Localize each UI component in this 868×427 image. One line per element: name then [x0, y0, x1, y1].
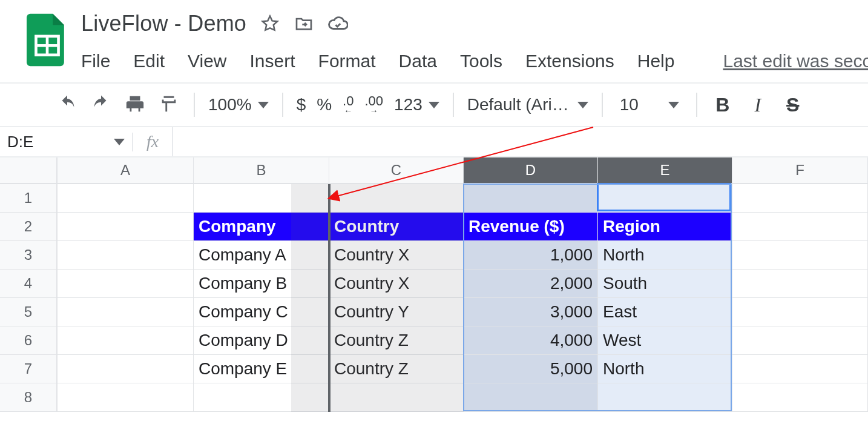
column-header-C[interactable]: C	[329, 157, 464, 184]
cell-D6[interactable]: 4,000	[464, 326, 598, 355]
last-edit-link[interactable]: Last edit was secon	[723, 51, 868, 71]
cell-C5[interactable]: Country Y	[329, 298, 464, 326]
font-name: Default (Ari…	[467, 95, 569, 114]
document-title[interactable]: LiveFlow - Demo	[81, 11, 246, 36]
bold-button[interactable]: B	[711, 94, 735, 116]
print-icon[interactable]	[123, 93, 146, 116]
cell-A2[interactable]	[58, 213, 194, 241]
cell-B3[interactable]: Company A	[194, 241, 329, 270]
cell-A8[interactable]	[58, 383, 194, 412]
cloud-saved-icon[interactable]	[327, 13, 348, 34]
redo-icon[interactable]	[90, 93, 113, 116]
chevron-down-icon	[668, 102, 679, 108]
menu-data[interactable]: Data	[399, 51, 437, 71]
font-family-select[interactable]: Default (Ari…	[467, 95, 588, 114]
column-header-A[interactable]: A	[58, 157, 194, 184]
cell-A5[interactable]	[58, 298, 194, 326]
cell-C3[interactable]: Country X	[329, 241, 464, 270]
formula-input[interactable]	[173, 127, 868, 156]
row-header-3[interactable]: 3	[0, 241, 58, 270]
cell-D2[interactable]: Revenue ($)	[464, 213, 598, 241]
cell-E5[interactable]: East	[598, 298, 732, 326]
cell-F2[interactable]	[732, 213, 868, 241]
cell-D7[interactable]: 5,000	[464, 355, 598, 383]
cell-E8[interactable]	[598, 383, 732, 412]
cell-B5[interactable]: Company C	[194, 298, 329, 326]
column-header-D[interactable]: D	[464, 157, 598, 184]
row-header-5[interactable]: 5	[0, 298, 58, 326]
move-folder-icon[interactable]	[294, 13, 314, 34]
cell-C4[interactable]: Country X	[329, 270, 464, 298]
undo-icon[interactable]	[56, 93, 79, 116]
cell-F7[interactable]	[732, 355, 868, 383]
font-size-select[interactable]: 10	[616, 95, 683, 114]
cell-A7[interactable]	[58, 355, 194, 383]
cell-C7[interactable]: Country Z	[329, 355, 464, 383]
cell-E3[interactable]: North	[598, 241, 732, 270]
cell-A3[interactable]	[58, 241, 194, 270]
cell-D4[interactable]: 2,000	[464, 270, 598, 298]
cell-E1[interactable]	[598, 184, 732, 213]
menu-file[interactable]: File	[81, 51, 110, 71]
cell-B1[interactable]	[194, 184, 329, 213]
menu-edit[interactable]: Edit	[133, 51, 165, 71]
menu-view[interactable]: View	[188, 51, 226, 71]
italic-button[interactable]: I	[746, 94, 770, 116]
row-header-8[interactable]: 8	[0, 383, 58, 412]
column-header-B[interactable]: B	[194, 157, 329, 184]
cell-C2[interactable]: Country	[329, 213, 464, 241]
cell-F6[interactable]	[732, 326, 868, 355]
format-currency[interactable]: $	[297, 95, 306, 114]
cell-C8[interactable]	[329, 383, 464, 412]
menu-help[interactable]: Help	[637, 51, 675, 71]
cell-C6[interactable]: Country Z	[329, 326, 464, 355]
name-box[interactable]: D:E	[0, 133, 133, 151]
cell-E4[interactable]: South	[598, 270, 732, 298]
row-header-2[interactable]: 2	[0, 213, 58, 241]
cell-B8[interactable]	[194, 383, 329, 412]
cell-E2[interactable]: Region	[598, 213, 732, 241]
menu-format[interactable]: Format	[318, 51, 376, 71]
cell-D3[interactable]: 1,000	[464, 241, 598, 270]
row-header-1[interactable]: 1	[0, 184, 58, 213]
menu-extensions[interactable]: Extensions	[525, 51, 614, 71]
row-header-6[interactable]: 6	[0, 326, 58, 355]
cell-D8[interactable]	[464, 383, 598, 412]
cell-C1[interactable]	[329, 184, 464, 213]
column-resize-handle[interactable]	[328, 184, 330, 412]
cell-F8[interactable]	[732, 383, 868, 412]
cell-D5[interactable]: 3,000	[464, 298, 598, 326]
strike-button[interactable]: S	[781, 94, 805, 116]
row-header-7[interactable]: 7	[0, 355, 58, 383]
zoom-select[interactable]: 100%	[208, 95, 269, 114]
paint-format-icon[interactable]	[157, 93, 180, 116]
toolbar: 100% $ % .0← .00→ 123 Default (Ari… 10	[0, 82, 868, 126]
formula-bar-row: D:E fx	[0, 126, 868, 157]
number-format-select[interactable]: 123	[394, 95, 439, 114]
cell-F3[interactable]	[732, 241, 868, 270]
cell-B2[interactable]: Company	[194, 213, 329, 241]
chevron-down-icon	[114, 139, 125, 145]
cell-A1[interactable]	[58, 184, 194, 213]
cell-A4[interactable]	[58, 270, 194, 298]
menu-insert[interactable]: Insert	[250, 51, 295, 71]
cell-F4[interactable]	[732, 270, 868, 298]
select-all-corner[interactable]	[0, 157, 58, 184]
decrease-decimal[interactable]: .0←	[343, 94, 353, 115]
cell-D1[interactable]	[464, 184, 598, 213]
cell-B6[interactable]: Company D	[194, 326, 329, 355]
cell-E6[interactable]: West	[598, 326, 732, 355]
column-header-F[interactable]: F	[732, 157, 868, 184]
column-header-E[interactable]: E	[598, 157, 732, 184]
cell-B4[interactable]: Company B	[194, 270, 329, 298]
increase-decimal[interactable]: .00→	[364, 94, 383, 115]
cell-A6[interactable]	[58, 326, 194, 355]
cell-F5[interactable]	[732, 298, 868, 326]
menu-tools[interactable]: Tools	[460, 51, 502, 71]
row-header-4[interactable]: 4	[0, 270, 58, 298]
format-percent[interactable]: %	[317, 95, 332, 114]
cell-B7[interactable]: Company E	[194, 355, 329, 383]
cell-E7[interactable]: North	[598, 355, 732, 383]
star-icon[interactable]	[260, 13, 280, 34]
cell-F1[interactable]	[732, 184, 868, 213]
